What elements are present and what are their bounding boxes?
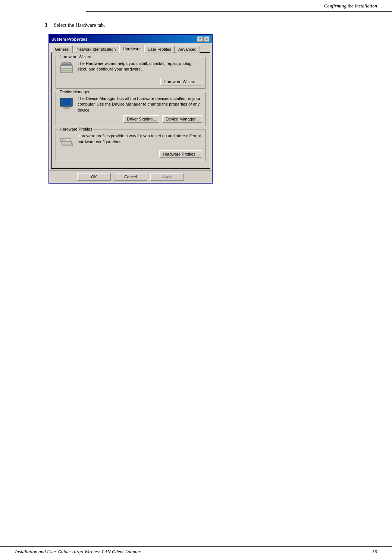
tab-bar: General Network Identification Hardware … [49,43,212,53]
device-manager-buttons: Driver Signing... Device Manager... [59,115,202,123]
hardware-profiles-buttons: Hardware Profiles... [59,150,202,158]
step-text: Select the Hardware tab. [54,22,105,28]
dialog-title: System Properties [51,37,88,41]
tab-content-hardware: Hardware Wizard [51,53,210,168]
hardware-wizard-description: The Hardware wizard helps you install, u… [78,61,202,72]
ok-button[interactable]: OK [77,173,111,181]
tab-hardware[interactable]: Hardware [119,45,144,53]
hardware-profiles-button[interactable]: Hardware Profiles... [159,150,202,158]
device-manager-button[interactable]: Device Manager... [162,115,202,123]
titlebar-buttons: ? ✕ [197,37,210,42]
page-header: Confirming the Installation [86,0,392,12]
system-properties-dialog: System Properties ? ✕ General Network Id… [48,34,213,184]
help-button[interactable]: ? [197,37,203,42]
hardware-wizard-group: Hardware Wizard [56,57,206,89]
hardware-profiles-group-label: Hardware Profiles [59,127,93,131]
dialog-titlebar: System Properties ? ✕ [49,35,212,43]
step-number: 3 [45,22,51,28]
hardware-profiles-icon [59,133,74,148]
tab-network-identification[interactable]: Network Identification [73,46,119,53]
footer-left: Installation and User Guide: Airgo Wirel… [15,549,141,555]
hardware-wizard-buttons: Hardware Wizard... [59,78,202,85]
svg-rect-9 [65,107,68,108]
svg-rect-4 [62,63,71,65]
hardware-wizard-content: The Hardware wizard helps you install, u… [59,61,202,76]
driver-signing-button[interactable]: Driver Signing... [123,115,159,123]
hardware-profiles-content: Hardware profiles provide a way for you … [59,133,202,148]
page-footer: Installation and User Guide: Airgo Wirel… [0,546,392,557]
main-content: 3 Select the Hardware tab. System Proper… [45,15,377,184]
device-manager-group-label: Device Manager [59,90,90,94]
tab-general[interactable]: General [51,46,73,53]
tab-advanced[interactable]: Advanced [175,46,200,53]
svg-rect-10 [63,108,70,109]
device-manager-icon [59,96,74,111]
device-manager-group: Device Manager [56,92,206,126]
hardware-wizard-icon [59,61,74,76]
device-manager-content: The Device Manager lists all the hardwar… [59,96,202,113]
header-text: Confirming the Installation [324,3,377,9]
cancel-button[interactable]: Cancel [114,173,147,181]
tab-user-profiles[interactable]: User Profiles [144,46,175,53]
footer-right: 39 [372,549,377,555]
hardware-profiles-group: Hardware Profiles [56,129,206,161]
dialog-bottom-buttons: OK Cancel Apply [49,170,212,183]
hardware-wizard-button[interactable]: Hardware Wizard... [160,78,202,85]
close-button[interactable]: ✕ [204,37,210,42]
apply-button[interactable]: Apply [150,173,184,181]
dialog-wrapper: System Properties ? ✕ General Network Id… [48,34,377,184]
hardware-wizard-group-label: Hardware Wizard [59,54,92,59]
step-line: 3 Select the Hardware tab. [45,22,377,28]
device-manager-description: The Device Manager lists all the hardwar… [78,96,202,113]
hardware-profiles-description: Hardware profiles provide a way for you … [78,133,202,145]
